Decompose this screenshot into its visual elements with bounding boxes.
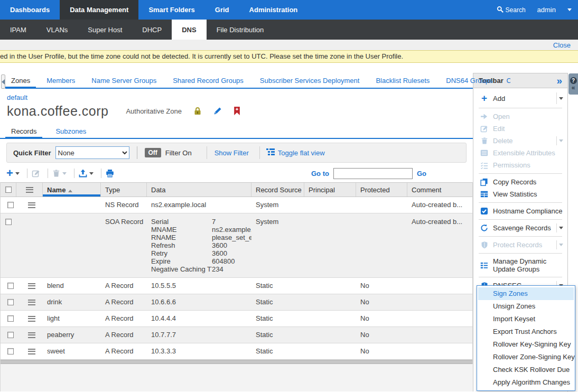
tab-shared-record-groups[interactable]: Shared Record Groups — [167, 74, 249, 88]
bookmark-add-icon[interactable] — [234, 107, 240, 115]
toolbar-copy-records-button[interactable]: Copy Records — [473, 176, 567, 188]
menu-item-rollover-key-signing-key[interactable]: Rollover Key-Signing Key — [478, 338, 574, 351]
toolbar-hostname-compliance-button[interactable]: Hostname Compliance — [473, 205, 567, 217]
row-drag-handle[interactable] — [16, 294, 43, 310]
subtab-records[interactable]: Records — [5, 125, 42, 138]
cell-comment — [407, 311, 472, 326]
menu-item-check-ksk-rollover-due[interactable]: Check KSK Rollover Due — [478, 363, 574, 376]
user-menu[interactable]: admin — [537, 6, 556, 14]
user-caret-icon[interactable] — [567, 8, 572, 11]
nav-data-management[interactable]: Data Management — [60, 0, 138, 20]
cell-name — [43, 197, 101, 213]
cell-principal — [304, 327, 356, 343]
search-button[interactable]: Search — [497, 6, 526, 14]
menu-item-import-keyset[interactable]: Import Keyset — [478, 313, 574, 325]
subnav-file-distribution[interactable]: File Distribution — [207, 20, 274, 40]
nav-dashboards[interactable]: Dashboards — [0, 0, 60, 20]
subnav-ipam[interactable]: IPAM — [0, 20, 36, 40]
tab-name-server-groups[interactable]: Name Server Groups — [86, 74, 162, 88]
nav-smart-folders[interactable]: Smart Folders — [138, 0, 204, 20]
cell-data: 10.4.4.4 — [147, 311, 251, 326]
row-checkbox[interactable] — [1, 294, 16, 310]
divider — [479, 108, 562, 108]
row-checkbox[interactable] — [1, 327, 16, 343]
toolbar-manage-dynamic-update-groups-button[interactable]: Manage Dynamic Update Groups — [473, 256, 567, 275]
close-link[interactable]: Close — [553, 41, 571, 49]
tab-scroll-left-button[interactable] — [1, 74, 5, 89]
column-header-principal[interactable]: Principal — [304, 183, 356, 197]
toggle-flat-view-link[interactable]: Toggle flat view — [278, 149, 325, 157]
tab-blacklist-rulesets[interactable]: Blacklist Rulesets — [370, 74, 435, 88]
go-button[interactable]: Go — [417, 170, 426, 178]
tab-dns64-groups[interactable]: DNS64 Groups — [440, 74, 498, 88]
nav-administration[interactable]: Administration — [239, 0, 308, 20]
column-header-name[interactable]: Name — [43, 183, 101, 197]
row-drag-handle[interactable] — [16, 311, 43, 326]
tab-members[interactable]: Members — [41, 74, 81, 88]
breadcrumb: default — [7, 94, 473, 101]
add-caret-icon[interactable] — [556, 92, 565, 104]
column-header-type[interactable]: Type — [101, 183, 147, 197]
subnav-vlans[interactable]: VLANs — [36, 20, 78, 40]
divider — [479, 277, 562, 277]
toolbar-scavenge-records-button[interactable]: Scavenge Records — [473, 222, 567, 234]
row-checkbox[interactable] — [1, 278, 16, 294]
cell-record-source: System — [251, 213, 304, 277]
menu-item-sign-zones[interactable]: Sign Zones — [478, 287, 574, 300]
show-filter-link[interactable]: Show Filter — [215, 149, 249, 157]
menu-item-apply-algorithm-changes[interactable]: Apply Algorithm Changes — [478, 376, 574, 389]
subnav-super-host[interactable]: Super Host — [78, 20, 132, 40]
row-checkbox[interactable] — [1, 197, 16, 213]
help-icon[interactable]: ? — [570, 77, 577, 84]
view-tabs-row: Zones Members Name Server Groups Shared … — [0, 73, 473, 89]
column-header-protected[interactable]: Protected — [356, 183, 407, 197]
collapse-panel-icon[interactable]: « — [572, 85, 575, 91]
row-drag-handle[interactable] — [16, 197, 43, 213]
cell-comment: Auto-created b... — [407, 197, 472, 213]
table-row: peaberry A Record 10.7.7.7 Static No — [1, 327, 472, 343]
column-header-data[interactable]: Data — [147, 183, 251, 197]
menu-item-export-trust-anchors[interactable]: Export Trust Anchors — [478, 325, 574, 338]
nav-grid[interactable]: Grid — [205, 0, 239, 20]
goto-input[interactable] — [333, 168, 413, 179]
edit-zone-pencil-icon[interactable] — [213, 107, 222, 115]
row-drag-handle[interactable] — [16, 213, 43, 277]
menu-item-unsign-zones[interactable]: Unsign Zones — [478, 300, 574, 313]
divider — [259, 146, 260, 159]
menu-item-rollover-zone-signing-key[interactable]: Rollover Zone-Signing Key — [478, 351, 574, 363]
toolbar-add-button[interactable]: + Add — [473, 91, 567, 106]
filter-on-label: Filter On — [165, 149, 192, 157]
subnav-dns[interactable]: DNS — [172, 20, 206, 40]
row-drag-handle[interactable] — [16, 278, 43, 294]
filter-off-toggle[interactable]: Off — [145, 148, 161, 157]
cell-type: A Record — [101, 278, 147, 294]
cell-protected — [356, 213, 407, 277]
row-checkbox[interactable] — [1, 311, 16, 326]
table-empty-area — [0, 364, 473, 391]
divider — [479, 253, 562, 254]
export-button[interactable] — [79, 169, 94, 178]
tab-zones[interactable]: Zones — [5, 74, 36, 88]
add-record-button[interactable]: + — [6, 168, 20, 179]
column-header-record-source[interactable]: Record Source — [251, 183, 304, 197]
toolbar-view-statistics-button[interactable]: View Statistics — [473, 188, 567, 200]
toolbar-expand-icon[interactable]: » — [556, 76, 562, 86]
tab-subscriber-services-deployment[interactable]: Subscriber Services Deployment — [254, 74, 366, 88]
tab-clipped[interactable]: C — [503, 74, 510, 88]
breadcrumb-default-link[interactable]: default — [7, 94, 27, 101]
row-checkbox[interactable] — [1, 343, 16, 359]
row-checkbox[interactable] — [1, 213, 16, 277]
scavenge-caret-icon[interactable] — [556, 223, 565, 232]
horizontal-scrollbar[interactable] — [1, 360, 472, 364]
column-header-comment[interactable]: Comment — [407, 183, 472, 197]
select-all-checkbox[interactable] — [1, 183, 16, 197]
print-button[interactable] — [106, 169, 114, 178]
row-drag-handle[interactable] — [16, 343, 43, 359]
table-row: blend A Record 10.5.5.5 Static No — [1, 278, 472, 294]
row-drag-handle[interactable] — [16, 327, 43, 343]
cell-record-source: Static — [251, 311, 304, 326]
subnav-dhcp[interactable]: DHCP — [132, 20, 172, 40]
main-panel: Zones Members Name Server Groups Shared … — [0, 73, 473, 391]
quick-filter-select[interactable]: None — [55, 146, 129, 159]
subtab-subzones[interactable]: Subzones — [50, 125, 92, 138]
